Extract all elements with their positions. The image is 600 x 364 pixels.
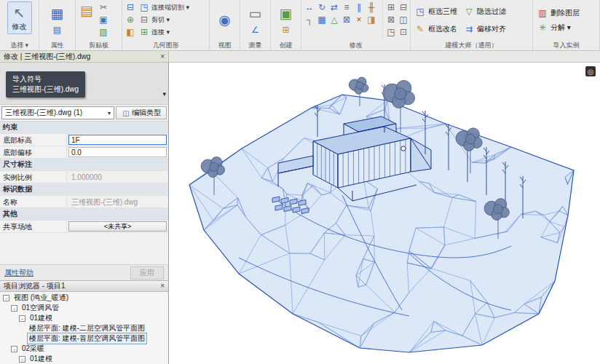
array-icon[interactable]: ▦ bbox=[316, 14, 328, 25]
cut-menu-item[interactable]: ⊟剪切 ▾ bbox=[138, 14, 189, 25]
visibility-icon[interactable]: ◉ bbox=[216, 12, 234, 29]
tree-expander-icon[interactable]: - bbox=[3, 295, 9, 301]
join-geometry-icon[interactable]: ⊕ bbox=[125, 14, 136, 25]
options-bar: 修改 | 三维视图-(三维).dwg × bbox=[0, 51, 600, 63]
paste-icon[interactable]: ▤ bbox=[78, 1, 95, 19]
grid-icon-6[interactable]: ⊡ bbox=[398, 26, 409, 38]
modify-tool-button[interactable]: ↖ 修改 bbox=[7, 1, 32, 34]
measure-ruler-icon[interactable]: ▭ bbox=[247, 4, 264, 22]
ribbon-panel-select: ↖ 修改 选择 ▾ bbox=[0, 0, 39, 50]
3d-view[interactable] bbox=[169, 63, 599, 364]
property-label: 实例比例 bbox=[0, 171, 67, 183]
grid-icon-2[interactable]: ⊟ bbox=[398, 1, 409, 13]
delete-icon[interactable]: × bbox=[353, 14, 365, 25]
property-group-header[interactable]: 标识数据 bbox=[0, 183, 168, 196]
tree-expander-icon[interactable]: - bbox=[11, 346, 17, 352]
close-icon[interactable]: × bbox=[160, 282, 165, 290]
box-select-3d-button[interactable]: ◳框选三维 bbox=[413, 6, 459, 17]
rename-button[interactable]: ✎框选改名 bbox=[413, 23, 459, 35]
grid-icon-1[interactable]: ⊞ bbox=[385, 1, 397, 13]
tree-item[interactable]: -01空调风管 bbox=[0, 303, 168, 313]
tree-item[interactable]: -视图 (鸿业_暖通) bbox=[0, 293, 168, 303]
property-value[interactable]: 1F bbox=[68, 135, 167, 145]
panel-label-master[interactable]: 建模大师（通用） bbox=[411, 40, 532, 50]
property-label: 底部标高 bbox=[0, 134, 67, 146]
create-group-icon[interactable]: ▣ bbox=[277, 4, 295, 22]
panel-label-geometry[interactable]: 几何图形 bbox=[122, 40, 209, 50]
property-value: 1.000000 bbox=[68, 172, 167, 182]
properties-icon[interactable]: ▦ bbox=[49, 4, 66, 22]
close-icon[interactable]: × bbox=[160, 53, 165, 60]
panel-label-create[interactable]: 创建 bbox=[271, 40, 301, 50]
edit-type-button[interactable]: ◫ 编辑类型 bbox=[116, 106, 167, 119]
rotate-icon[interactable]: ↻ bbox=[316, 1, 328, 13]
box-select-3d-icon: ◳ bbox=[414, 6, 426, 17]
paint-face-icon[interactable]: ◨ bbox=[366, 14, 377, 25]
paint-icon[interactable]: ◧ bbox=[125, 26, 136, 38]
scale-icon[interactable]: △ bbox=[328, 14, 340, 25]
modify-cursor-icon: ↖ bbox=[11, 4, 28, 21]
grid-icon-3[interactable]: ⊠ bbox=[385, 14, 397, 25]
properties-small-icon[interactable]: ▤ bbox=[52, 24, 63, 36]
modify-context-tab[interactable]: 修改 | 三维视图-(三维).dwg × bbox=[0, 51, 169, 62]
properties-palette: 导入符号 三维视图-(三维).dwg ▾ 三维视图-(三维).dwg (1) ▾… bbox=[0, 63, 168, 281]
property-row: 底部标高1F bbox=[0, 134, 168, 146]
panel-label-import-instance[interactable]: 导入实例 bbox=[533, 40, 599, 50]
property-row: 底部偏移0.0 bbox=[0, 146, 168, 159]
split-icon[interactable]: ╫ bbox=[366, 1, 377, 13]
property-group-header[interactable]: 约束 bbox=[0, 122, 168, 134]
ribbon-panel-modify: ↔ ↻ ⇄ ≡ ∥ ╫ ┐ ▦ △ ⊠ × ◨ ⊞ ⊟ ⊠ ◫ bbox=[301, 0, 411, 50]
cope-icon: ◳ bbox=[138, 1, 150, 13]
tree-expander-icon[interactable]: - bbox=[19, 315, 25, 322]
property-value[interactable]: 0.0 bbox=[68, 147, 167, 157]
tree-item[interactable]: 楼层平面: 建模-二层空调风管平面图 bbox=[0, 323, 168, 333]
create-similar-icon[interactable]: ⊞ bbox=[280, 24, 292, 36]
match-type-icon[interactable]: ▨ bbox=[98, 26, 109, 38]
panel-label-select[interactable]: 选择 ▾ bbox=[0, 40, 39, 50]
filter-button[interactable]: ▽隐选过滤 bbox=[462, 6, 508, 17]
type-selector-dropdown[interactable]: 三维视图-(三维).dwg (1) ▾ bbox=[1, 106, 114, 119]
cope-menu-item[interactable]: ◳连接端切割 ▾ bbox=[138, 1, 189, 13]
properties-help-link[interactable]: 属性帮助 bbox=[4, 268, 33, 278]
left-dock: 导入符号 三维视图-(三维).dwg ▾ 三维视图-(三维).dwg (1) ▾… bbox=[0, 63, 169, 364]
apply-button[interactable]: 应用 bbox=[130, 266, 164, 280]
revit-window: ↖ 修改 选择 ▾ ▦ ▤ 属性 ▤ ✂ ▣ ▨ 剪贴板 bbox=[0, 0, 600, 364]
grid-icon-5[interactable]: ◳ bbox=[385, 26, 397, 38]
measure-angle-icon[interactable]: ∠ bbox=[250, 24, 261, 36]
tree-expander-icon[interactable]: - bbox=[11, 305, 17, 312]
pin-icon[interactable]: ⊠ bbox=[341, 14, 352, 25]
tree-item[interactable]: -02采暖 bbox=[0, 344, 168, 354]
copy-icon[interactable]: ▣ bbox=[98, 14, 109, 25]
drawing-area[interactable]: ◎ bbox=[169, 63, 600, 364]
panel-label-modify[interactable]: 修改 bbox=[301, 40, 410, 50]
panel-label-view[interactable]: 视图 bbox=[210, 40, 240, 50]
tree-item[interactable]: -01建模 bbox=[0, 313, 168, 323]
panel-label-clipboard[interactable]: 剪贴板 bbox=[76, 40, 122, 50]
panel-label-properties[interactable]: 属性 bbox=[39, 40, 75, 50]
move-icon[interactable]: ↔ bbox=[304, 1, 315, 13]
property-group-header[interactable]: 其他 bbox=[0, 208, 168, 221]
cut-geometry-icon[interactable]: ⊟ bbox=[125, 1, 136, 13]
explode-button[interactable]: ✳分解 ▾ bbox=[535, 22, 581, 33]
property-value[interactable]: <未共享> bbox=[68, 221, 167, 232]
delete-layers-button[interactable]: ▥删除图层 bbox=[535, 7, 581, 19]
tooltip-category: 导入符号 bbox=[12, 74, 79, 84]
tree-item[interactable]: 楼层平面: 建模-首层空调风管平面图 bbox=[0, 333, 168, 344]
offset-align-button[interactable]: ⇉偏移对齐 bbox=[462, 23, 508, 35]
trim-icon[interactable]: ┐ bbox=[304, 14, 315, 25]
preview-scroll-icon[interactable]: ▾ bbox=[162, 90, 166, 98]
join-menu-item[interactable]: ⊞连接 ▾ bbox=[138, 26, 189, 38]
offset-icon[interactable]: ∥ bbox=[353, 1, 365, 13]
grid-icon-4[interactable]: ◫ bbox=[398, 14, 409, 25]
highlight-dot bbox=[401, 146, 406, 151]
align-icon[interactable]: ≡ bbox=[341, 1, 352, 13]
tree-item[interactable]: -01建模 bbox=[0, 354, 168, 364]
project-browser-header[interactable]: 项目浏览器 - 项目1 × bbox=[0, 281, 168, 292]
panel-label-measure[interactable]: 测量 bbox=[240, 40, 270, 50]
cut-icon[interactable]: ✂ bbox=[98, 1, 109, 13]
property-group-header[interactable]: 尺寸标注 bbox=[0, 159, 168, 171]
navigation-wheel-icon[interactable]: ◎ bbox=[585, 66, 596, 76]
type-selector-value: 三维视图-(三维).dwg (1) bbox=[5, 108, 82, 118]
mirror-icon[interactable]: ⇄ bbox=[328, 1, 340, 13]
tree-expander-icon[interactable]: - bbox=[19, 356, 25, 363]
